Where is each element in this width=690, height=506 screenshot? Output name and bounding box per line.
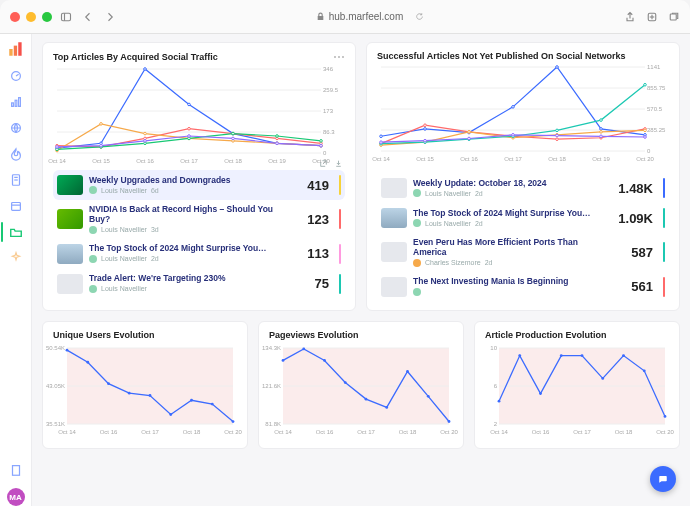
- svg-point-41: [144, 68, 147, 71]
- author-avatar-icon: [413, 259, 421, 267]
- nav-dashboard-icon[interactable]: [8, 68, 24, 84]
- svg-point-73: [320, 144, 323, 147]
- panel-title: Successful Articles Not Yet Published On…: [377, 51, 626, 61]
- nav-back-icon[interactable]: [82, 11, 94, 23]
- new-tab-icon[interactable]: [646, 11, 658, 23]
- svg-point-111: [644, 129, 647, 132]
- article-row[interactable]: Even Peru Has More Efficient Ports Than …: [377, 233, 669, 272]
- tabs-icon[interactable]: [668, 11, 680, 23]
- nav-document-icon[interactable]: [8, 172, 24, 188]
- nav-map-icon[interactable]: [8, 120, 24, 136]
- help-fab[interactable]: [650, 466, 676, 492]
- svg-text:Oct 17: Oct 17: [180, 158, 198, 164]
- article-row[interactable]: The Top Stock of 2024 Might Surprise You…: [377, 203, 669, 233]
- article-author: Louis Navellier: [101, 285, 147, 292]
- svg-text:86.3: 86.3: [323, 129, 335, 135]
- svg-rect-0: [62, 13, 71, 21]
- author-avatar-icon: [413, 288, 421, 296]
- chart-unique-users: 35.51K43.05K50.54KOct 14Oct 16Oct 17Oct …: [53, 344, 237, 436]
- svg-point-180: [498, 399, 501, 402]
- article-row[interactable]: Weekly Upgrades and Downgrades Louis Nav…: [53, 170, 345, 200]
- svg-point-145: [211, 402, 214, 405]
- panel-top-social: Top Articles By Acquired Social Traffic …: [42, 42, 356, 311]
- svg-text:0: 0: [647, 148, 651, 154]
- fullscreen-window-icon[interactable]: [42, 12, 52, 22]
- article-row[interactable]: Trade Alert: We're Targeting 230% Louis …: [53, 269, 345, 299]
- svg-text:121.6K: 121.6K: [262, 383, 281, 389]
- svg-point-9: [11, 72, 20, 81]
- svg-text:Oct 14: Oct 14: [48, 158, 66, 164]
- svg-point-94: [512, 106, 515, 109]
- svg-text:134.3K: 134.3K: [262, 345, 281, 351]
- author-avatar-icon: [89, 226, 97, 234]
- share-icon[interactable]: [624, 11, 636, 23]
- svg-text:Oct 16: Oct 16: [316, 429, 334, 435]
- app-sidebar: MA: [0, 34, 32, 506]
- chart-pageviews: 81.8K121.6K134.3KOct 14Oct 16Oct 17Oct 1…: [269, 344, 453, 436]
- panel-unique-users: Unique Users Evolution 35.51K43.05K50.54…: [42, 321, 248, 449]
- article-author: Louis Navellier: [101, 255, 147, 262]
- article-thumbnail: [381, 277, 407, 297]
- svg-point-66: [320, 140, 323, 143]
- article-thumbnail: [57, 209, 83, 229]
- article-metric: 561: [619, 279, 653, 294]
- svg-text:Oct 14: Oct 14: [58, 429, 76, 435]
- window-controls: [10, 12, 52, 22]
- reload-icon[interactable]: [415, 12, 424, 21]
- svg-point-165: [406, 370, 409, 373]
- svg-point-181: [518, 354, 521, 357]
- svg-point-96: [600, 128, 603, 131]
- svg-point-121: [468, 137, 471, 140]
- article-metric: 123: [295, 212, 329, 227]
- panel-title: Article Production Evolution: [485, 330, 669, 340]
- svg-point-95: [556, 66, 559, 69]
- svg-point-69: [144, 140, 147, 143]
- svg-text:6: 6: [494, 383, 498, 389]
- svg-rect-7: [13, 46, 16, 56]
- author-avatar-icon: [89, 285, 97, 293]
- svg-text:Oct 16: Oct 16: [136, 158, 154, 164]
- svg-point-107: [468, 131, 471, 134]
- panel-successful: Successful Articles Not Yet Published On…: [366, 42, 680, 311]
- article-row[interactable]: Weekly Update: October 18, 2024 Louis Na…: [377, 173, 669, 203]
- close-window-icon[interactable]: [10, 12, 20, 22]
- article-author: Louis Navellier: [425, 190, 471, 197]
- nav-sparkle-icon[interactable]: [8, 250, 24, 266]
- svg-text:Oct 17: Oct 17: [504, 156, 522, 162]
- svg-point-68: [100, 144, 103, 147]
- nav-building-icon[interactable]: [8, 462, 24, 478]
- user-avatar[interactable]: MA: [7, 488, 25, 506]
- svg-text:Oct 18: Oct 18: [183, 429, 201, 435]
- sidebar-toggle-icon[interactable]: [60, 11, 72, 23]
- svg-point-167: [448, 420, 451, 423]
- panel-title: Top Articles By Acquired Social Traffic: [53, 52, 218, 62]
- svg-text:Oct 19: Oct 19: [268, 158, 286, 164]
- chart-successful: 0285.25570.5855.751141Oct 14Oct 15Oct 16…: [377, 63, 669, 163]
- svg-text:43.05K: 43.05K: [46, 383, 65, 389]
- nav-fire-icon[interactable]: [8, 146, 24, 162]
- article-row[interactable]: The Next Investing Mania Is Beginning 56…: [377, 272, 669, 302]
- url-host: hub.marfeel.com: [329, 11, 403, 22]
- article-row[interactable]: NVIDIA Is Back at Record Highs – Should …: [53, 200, 345, 239]
- lock-icon: [316, 12, 325, 21]
- app-logo-icon[interactable]: [7, 40, 25, 58]
- svg-rect-12: [18, 98, 20, 107]
- svg-text:Oct 14: Oct 14: [372, 156, 390, 162]
- svg-text:Oct 16: Oct 16: [460, 156, 478, 162]
- nav-analytics-icon[interactable]: [8, 94, 24, 110]
- nav-forward-icon[interactable]: [104, 11, 116, 23]
- svg-point-138: [66, 348, 69, 351]
- nav-calendar-icon[interactable]: [8, 198, 24, 214]
- svg-text:Oct 15: Oct 15: [416, 156, 434, 162]
- minimize-window-icon[interactable]: [26, 12, 36, 22]
- article-age: 6d: [151, 187, 159, 194]
- svg-point-67: [56, 146, 59, 149]
- article-row[interactable]: The Top Stock of 2024 Might Surprise You…: [53, 239, 345, 269]
- url-bar[interactable]: hub.marfeel.com: [316, 11, 424, 22]
- panel-menu-icon[interactable]: ⋯: [333, 51, 345, 63]
- svg-point-123: [556, 134, 559, 137]
- article-title: Weekly Upgrades and Downgrades: [89, 176, 289, 186]
- nav-folder-icon[interactable]: [8, 224, 24, 240]
- article-metric: 587: [619, 245, 653, 260]
- svg-point-159: [282, 359, 285, 362]
